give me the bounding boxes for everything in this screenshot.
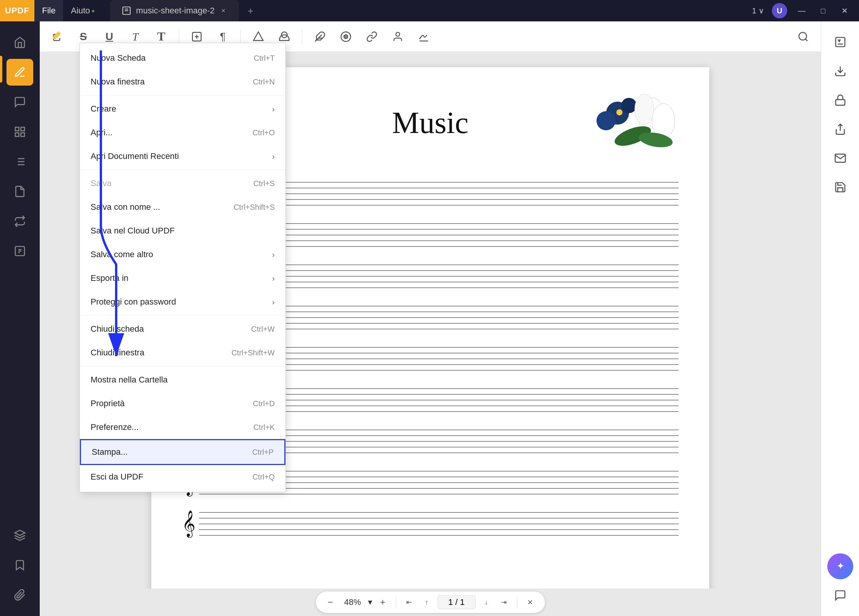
svg-point-38 (616, 109, 622, 115)
menu-item-apri[interactable]: Apri... Ctrl+O (80, 121, 285, 144)
zoom-dropdown[interactable]: ▾ (368, 597, 372, 607)
menu-item-stampa[interactable]: Stampa... Ctrl+P (80, 439, 285, 465)
sidebar-item-edit[interactable] (6, 59, 33, 86)
svg-marker-17 (15, 530, 25, 535)
close-nav-button[interactable]: × (524, 595, 537, 609)
signature-icon[interactable] (414, 27, 434, 47)
sidebar-bottom (6, 522, 33, 616)
menu-item-nuova-scheda[interactable]: Nuova Scheda Ctrl+T (80, 46, 285, 70)
file-tab[interactable]: music-sheet-image-2 × (110, 0, 239, 21)
maximize-button[interactable]: □ (816, 4, 830, 18)
updf-logo: UPDF (0, 0, 34, 21)
menu-item-chiudi-finestra[interactable]: Chiudi finestra Ctrl+Shift+W (80, 341, 285, 365)
staff-9: 𝄞 (182, 512, 679, 535)
svg-rect-5 (15, 133, 19, 136)
user-avatar[interactable]: U (772, 3, 787, 18)
svg-line-29 (806, 39, 807, 41)
menu-item-creare[interactable]: Creare › (80, 97, 285, 121)
import-icon[interactable] (827, 58, 853, 84)
menu-divider-2 (80, 170, 285, 170)
title-bar: UPDF File Aiuto ● music-sheet-image-2 × … (0, 0, 859, 21)
treble-clef-9: 𝄞 (182, 512, 195, 535)
menu-item-salva-nome[interactable]: Salva con nome ... Ctrl+Shift+S (80, 195, 285, 219)
menu-divider-1 (80, 95, 285, 96)
zoom-in-button[interactable]: + (376, 595, 390, 609)
svg-point-28 (799, 32, 807, 40)
mail-icon[interactable] (827, 145, 853, 171)
menu-item-proprieta[interactable]: Proprietà Ctrl+D (80, 392, 285, 415)
menu-item-esci[interactable]: Esci da UPDF Ctrl+Q (80, 465, 285, 489)
sidebar-item-convert[interactable] (6, 208, 33, 235)
sidebar-item-form[interactable] (6, 238, 33, 264)
flower-decoration (533, 90, 679, 159)
sidebar-item-organize[interactable] (6, 118, 33, 145)
file-tab-icon (122, 6, 131, 16)
svg-point-40 (635, 94, 654, 125)
music-title: Music (392, 105, 468, 140)
ai-icon[interactable]: ✦ (827, 553, 853, 579)
menu-divider-3 (80, 315, 285, 316)
svg-rect-4 (21, 127, 24, 131)
sidebar-item-comment[interactable] (6, 89, 33, 115)
close-window-button[interactable]: ✕ (838, 4, 851, 18)
svg-point-36 (596, 111, 616, 130)
save-disk-icon[interactable] (827, 174, 853, 200)
staff-lines-9 (199, 512, 679, 535)
help-menu-tab[interactable]: Aiuto ● (63, 0, 102, 21)
highlight-icon[interactable] (47, 27, 67, 47)
menu-item-salva-cloud[interactable]: Salva nel Cloud UPDF (80, 219, 285, 243)
zoom-out-button[interactable]: − (324, 595, 337, 609)
menu-item-preferenze[interactable]: Preferenze... Ctrl+K (80, 415, 285, 439)
file-dropdown-menu: Nuova Scheda Ctrl+T Nuova finestra Ctrl+… (79, 43, 286, 492)
menu-item-esporta[interactable]: Esporta in › (80, 266, 285, 290)
dot-indicator: ● (92, 8, 95, 14)
menu-item-salva[interactable]: Salva Ctrl+S (80, 172, 285, 195)
menu-item-mostra-cartella[interactable]: Mostra nella Cartella (80, 368, 285, 392)
svg-point-26 (396, 32, 400, 36)
sidebar-active-indicator (0, 56, 2, 83)
ocr-icon[interactable] (827, 29, 853, 55)
user-icon[interactable] (388, 27, 408, 47)
tab-close-button[interactable]: × (219, 6, 227, 15)
fill-color-icon[interactable] (336, 27, 356, 47)
zoom-divider-2 (517, 597, 517, 608)
main-area: S U T T ¶ (0, 21, 859, 616)
svg-rect-48 (836, 100, 845, 105)
sidebar-item-layers[interactable] (6, 522, 33, 549)
menu-item-nuova-finestra[interactable]: Nuova finestra Ctrl+N (80, 70, 285, 94)
nav-prev-button[interactable]: ↑ (420, 595, 434, 609)
page-input[interactable]: 1 / 1 (438, 595, 476, 609)
share-icon[interactable] (827, 116, 853, 142)
search-toolbar-icon[interactable] (793, 27, 813, 47)
nav-first-button[interactable]: ⇤ (402, 595, 416, 609)
menu-item-chiudi-scheda[interactable]: Chiudi scheda Ctrl+W (80, 317, 285, 341)
title-right: 1 ∨ U — □ ✕ (752, 3, 859, 18)
svg-point-37 (621, 98, 637, 113)
sidebar-item-home[interactable] (6, 29, 33, 56)
zoom-value: 48% (341, 597, 364, 607)
page-counter: 1 ∨ (752, 6, 764, 15)
minimize-button[interactable]: — (795, 4, 809, 18)
add-tab-button[interactable]: + (243, 3, 258, 18)
menu-item-apri-recenti[interactable]: Apri Documenti Recenti › (80, 144, 285, 168)
sidebar-item-attachment[interactable] (6, 582, 33, 608)
zoom-divider-1 (396, 597, 396, 608)
nav-last-button[interactable]: ⇥ (497, 595, 511, 609)
sidebar-item-bookmark[interactable] (6, 552, 33, 579)
chat-icon[interactable] (827, 582, 853, 608)
sidebar-item-pages[interactable] (6, 178, 33, 205)
menu-item-salva-altro[interactable]: Salva come altro › (80, 243, 285, 266)
menu-item-proteggi[interactable]: Proteggi con password › (80, 290, 285, 314)
svg-rect-45 (836, 37, 845, 47)
link-icon[interactable] (362, 27, 382, 47)
file-menu-tab[interactable]: File (34, 0, 63, 21)
draw-icon[interactable] (310, 27, 330, 47)
right-sidebar-bottom: ✦ (827, 553, 853, 616)
svg-rect-3 (15, 127, 19, 131)
left-sidebar (0, 21, 40, 616)
sidebar-item-list[interactable] (6, 148, 33, 175)
toolbar-divider-1 (179, 29, 179, 44)
nav-next-button[interactable]: ↓ (480, 595, 493, 609)
lock-icon[interactable] (827, 87, 853, 113)
menu-divider-4 (80, 366, 285, 366)
